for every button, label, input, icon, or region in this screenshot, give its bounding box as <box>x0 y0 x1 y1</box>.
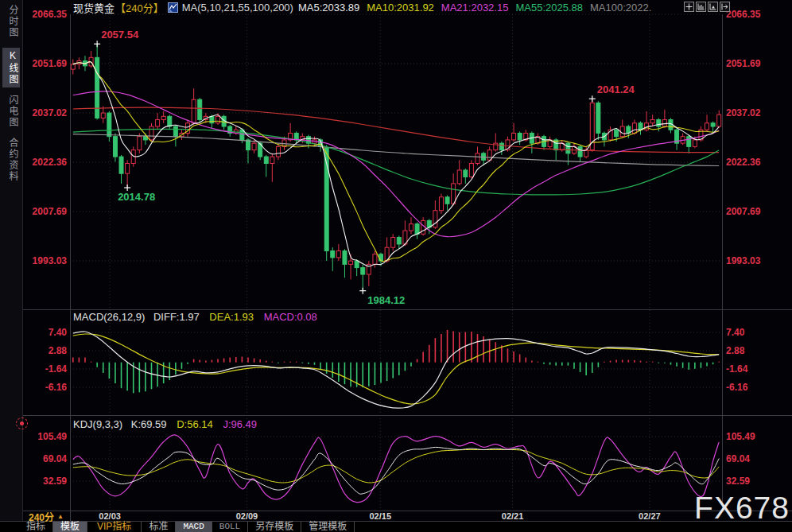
svg-text:69.04: 69.04 <box>726 453 750 464</box>
svg-text:02/09: 02/09 <box>236 511 258 521</box>
svg-text:-6.16: -6.16 <box>45 382 68 393</box>
chevron-up-icon: ▲ <box>57 513 64 520</box>
period-label: 【240分】 <box>115 0 164 15</box>
macd-params-label: MACD(26,12,9) <box>73 311 145 323</box>
tab-manage-templates[interactable]: 管理模板 <box>301 522 355 532</box>
chart-header: 现货黄金 【240分】 MA(5,10,21,55,100,200) MA5:2… <box>73 1 651 14</box>
svg-text:1993.03: 1993.03 <box>33 255 68 266</box>
period-selector[interactable]: 240分 ▲ <box>23 511 69 521</box>
line-chart-icon[interactable] <box>168 2 178 13</box>
tab-standard[interactable]: 标准 <box>142 522 176 532</box>
ma5-value: MA5:2033.89 <box>298 2 359 14</box>
svg-text:2022.36: 2022.36 <box>33 157 68 168</box>
svg-text:02/27: 02/27 <box>639 511 661 521</box>
svg-text:2051.69: 2051.69 <box>726 58 761 69</box>
symbol-title: 现货黄金 <box>73 0 115 15</box>
tab-macd[interactable]: MACD <box>176 522 212 532</box>
svg-text:105.49: 105.49 <box>726 431 755 442</box>
svg-text:2066.35: 2066.35 <box>33 9 68 20</box>
kdj-d-value: D:56.14 <box>177 418 213 430</box>
axis-scale-icon[interactable] <box>696 2 706 12</box>
svg-text:1984.12: 1984.12 <box>367 294 405 306</box>
sidebar-item-timeshare[interactable]: 分时图 <box>2 2 20 41</box>
trading-app-window: 2066.352066.352051.692051.692037.022037.… <box>0 0 792 532</box>
svg-text:02/21: 02/21 <box>502 511 524 521</box>
svg-text:2014.78: 2014.78 <box>118 191 155 203</box>
svg-text:32.59: 32.59 <box>726 476 750 487</box>
macd-dea-value: DEA:1.93 <box>209 311 254 323</box>
chart-type-sidebar: 分时图 K线图 闪电图 合约资料 <box>0 0 23 521</box>
svg-text:105.49: 105.49 <box>37 431 67 442</box>
price-axis-labels: 2066.352066.352051.692051.692037.022037.… <box>33 9 761 487</box>
svg-text:2.88: 2.88 <box>49 345 68 356</box>
svg-text:2.88: 2.88 <box>726 345 745 356</box>
kdj-j-value: J:96.49 <box>223 418 257 430</box>
kdj-lines <box>73 435 719 503</box>
svg-text:1993.03: 1993.03 <box>726 255 761 266</box>
bottom-toolbar: 指标 模板 VIP指标 标准 MACD BOLL 另存模板 管理模板 <box>0 522 792 532</box>
svg-text:02/15: 02/15 <box>369 511 391 521</box>
svg-text:2007.69: 2007.69 <box>33 206 68 217</box>
sidebar-item-contract-info[interactable]: 合约资料 <box>2 135 20 184</box>
svg-text:2037.02: 2037.02 <box>726 107 761 118</box>
svg-text:7.40: 7.40 <box>726 327 745 338</box>
macd-diff-value: DIFF:1.97 <box>153 311 200 323</box>
next-page-icon[interactable] <box>720 2 730 12</box>
panel-separators <box>0 14 792 522</box>
tab-boll[interactable]: BOLL <box>212 522 248 532</box>
fx678-watermark: FX678 <box>694 491 790 526</box>
svg-text:02/03: 02/03 <box>99 511 121 521</box>
pan-crosshair-icon[interactable] <box>684 2 694 12</box>
svg-text:2041.24: 2041.24 <box>597 83 635 95</box>
ma55-value: MA55:2025.88 <box>515 2 583 14</box>
ma21-value: MA21:2032.15 <box>441 2 509 14</box>
chart-toolbar <box>684 2 730 12</box>
ma10-value: MA10:2031.92 <box>367 2 434 14</box>
kdj-params-label: KDJ(9,3,3) <box>73 418 122 430</box>
ma-params-label: MA(5,10,21,55,100,200) <box>182 2 293 14</box>
svg-text:2057.54: 2057.54 <box>101 29 139 41</box>
kdj-panel-header: KDJ(9,3,3) K:69.59 D:56.14 J:96.49 <box>73 418 257 430</box>
svg-text:2037.02: 2037.02 <box>33 107 68 118</box>
sidebar-item-lightning[interactable]: 闪电图 <box>2 92 20 130</box>
date-axis: 02/0302/0902/1502/2102/27 <box>99 511 660 521</box>
kdj-k-value: K:69.59 <box>131 418 167 430</box>
kdj-settings-icon[interactable] <box>16 417 28 429</box>
svg-text:2066.35: 2066.35 <box>726 9 761 20</box>
indicator-window-icon[interactable] <box>708 2 718 12</box>
svg-text:2007.69: 2007.69 <box>726 206 761 217</box>
chart-plot-area[interactable]: 2066.352066.352051.692051.692037.022037.… <box>0 0 792 532</box>
tab-vip-indicators[interactable]: VIP指标 <box>87 522 142 532</box>
svg-text:2022.36: 2022.36 <box>726 157 761 168</box>
svg-text:-1.64: -1.64 <box>726 363 748 375</box>
svg-text:32.59: 32.59 <box>43 476 67 487</box>
macd-panel-header: MACD(26,12,9) DIFF:1.97 DEA:1.93 MACD:0.… <box>73 311 317 323</box>
svg-text:2051.69: 2051.69 <box>33 58 68 69</box>
sidebar-item-kline[interactable]: K线图 <box>2 48 20 87</box>
macd-histogram <box>73 330 719 393</box>
svg-text:69.04: 69.04 <box>43 453 67 464</box>
candles <box>71 44 720 290</box>
svg-text:7.40: 7.40 <box>49 327 68 338</box>
macd-hist-value: MACD:0.08 <box>264 311 317 323</box>
svg-text:-6.16: -6.16 <box>726 382 748 393</box>
tab-save-template[interactable]: 另存模板 <box>248 522 301 532</box>
ma100-value: MA100:2022. <box>590 2 651 14</box>
tab-indicators[interactable]: 指标 <box>19 522 53 532</box>
tab-templates[interactable]: 模板 <box>53 522 87 532</box>
svg-text:-1.64: -1.64 <box>45 363 68 375</box>
